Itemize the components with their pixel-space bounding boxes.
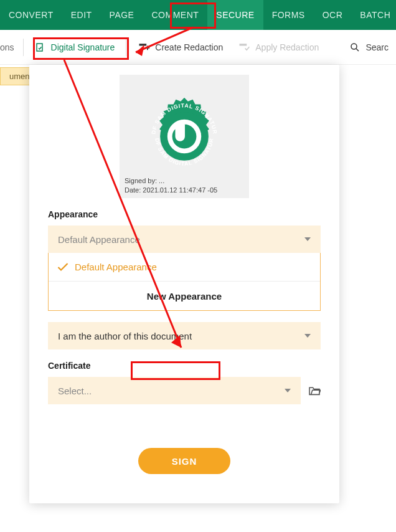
appearance-option-new-label: New Appearance (147, 291, 222, 302)
chevron-down-icon (304, 237, 311, 241)
signature-panel: PDF SAM DIGITAL SIGNATURE PDF SAM DIGITA… (29, 65, 339, 503)
toolbar-item-partial-left[interactable]: ons (0, 42, 19, 52)
create-redaction-label: Create Redaction (155, 42, 223, 52)
tab-comment[interactable]: COMMENT (143, 0, 207, 30)
chevron-down-icon (285, 389, 291, 392)
appearance-option-default[interactable]: Default Appearance (49, 253, 320, 282)
secure-toolbar: ons Digital Signature Create Redaction A… (0, 30, 396, 65)
preview-date: Date: 2021.01.12 11:47:47 -05 (125, 186, 244, 194)
separator (23, 39, 24, 56)
tab-batch[interactable]: BATCH (351, 0, 396, 30)
certificate-value: Select... (58, 386, 92, 396)
signature-icon (35, 42, 46, 53)
certificate-select[interactable]: Select... (48, 377, 301, 404)
check-icon (57, 263, 68, 272)
top-tab-bar: CONVERT EDIT PAGE COMMENT SECURE FORMS O… (0, 0, 396, 30)
digital-signature-button[interactable]: Digital Signature (27, 35, 123, 60)
signature-seal-icon: PDF SAM DIGITAL SIGNATURE PDF SAM DIGITA… (142, 94, 227, 179)
create-redaction-button[interactable]: Create Redaction (130, 35, 230, 60)
redaction-add-icon (138, 41, 150, 54)
reason-select[interactable]: I am the author of this document (48, 322, 321, 349)
appearance-label: Appearance (48, 209, 321, 219)
separator (126, 39, 126, 56)
search-icon (349, 42, 361, 53)
appearance-dropdown: Default Appearance New Appearance (48, 253, 321, 311)
reason-value: I am the author of this document (58, 331, 192, 341)
chevron-down-icon (304, 334, 311, 338)
folder-open-icon[interactable] (308, 386, 321, 396)
apply-redaction-button: Apply Redaction (230, 35, 326, 60)
search-button[interactable]: Searc (342, 35, 396, 60)
search-label: Searc (365, 42, 389, 52)
svg-point-0 (351, 44, 357, 49)
tab-convert[interactable]: CONVERT (0, 0, 62, 30)
appearance-select[interactable]: Default Appearance (48, 226, 321, 253)
appearance-value: Default Appearance (58, 234, 140, 245)
tab-secure[interactable]: SECURE (207, 0, 263, 30)
certificate-label: Certificate (48, 361, 321, 371)
apply-redaction-label: Apply Redaction (255, 42, 319, 52)
tab-ocr[interactable]: OCR (314, 0, 352, 30)
tab-forms[interactable]: FORMS (263, 0, 314, 30)
tab-edit[interactable]: EDIT (62, 0, 101, 30)
digital-signature-label: Digital Signature (51, 42, 115, 52)
redaction-apply-icon (238, 41, 250, 54)
signature-preview: PDF SAM DIGITAL SIGNATURE PDF SAM DIGITA… (120, 75, 249, 198)
preview-signed-by: Signed by: ... (125, 176, 244, 185)
appearance-option-new[interactable]: New Appearance (49, 282, 320, 310)
appearance-option-default-label: Default Appearance (75, 262, 157, 272)
tab-page[interactable]: PAGE (101, 0, 143, 30)
sign-button[interactable]: SIGN (138, 448, 230, 474)
